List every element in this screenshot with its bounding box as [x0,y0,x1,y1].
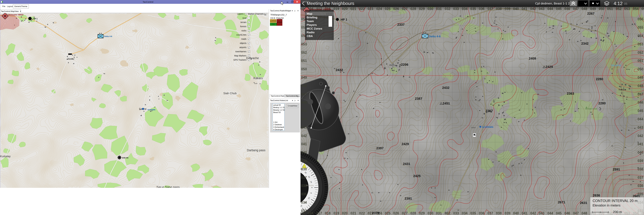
svg-text:041: 041 [301,142,307,146]
svg-text:2429: 2429 [402,142,409,146]
svg-text:Siah Chub: Siah Chub [223,92,236,95]
svg-text:033: 033 [453,211,459,215]
svg-text:030: 030 [428,211,433,215]
svg-text:039: 039 [301,159,307,163]
svg-text:029: 029 [419,211,425,215]
svg-text:055: 055 [638,26,644,30]
svg-text:2397: 2397 [376,146,384,150]
svg-text:048: 048 [301,84,307,88]
svg-text:047: 047 [573,211,579,215]
svg-text:042: 042 [638,134,643,138]
svg-text:037: 037 [488,211,493,215]
svg-text:050: 050 [638,67,643,71]
svg-text:044: 044 [548,211,553,215]
svg-text:Jilavur: Jilavur [389,64,395,66]
svg-text:Kakaru: Kakaru [254,76,263,80]
svg-text:034: 034 [301,200,307,204]
svg-text:045: 045 [301,109,307,113]
svg-text:2636: 2636 [593,193,600,197]
svg-text:050: 050 [301,67,307,71]
svg-text:040: 040 [513,211,519,215]
svg-text:034: 034 [462,211,468,215]
svg-text:036: 036 [638,184,643,188]
svg-text:031: 031 [436,211,442,215]
svg-text:046: 046 [301,100,307,104]
svg-text:Kakaru: Kakaru [619,88,626,91]
svg-text:2363: 2363 [567,92,574,95]
svg-text:HP 1: HP 1 [341,18,347,21]
svg-text:039: 039 [504,211,510,215]
svg-text:053: 053 [301,42,307,46]
svg-text:054: 054 [638,34,644,38]
svg-text:2425: 2425 [413,174,420,178]
svg-text:2206: 2206 [401,63,408,66]
svg-text:048: 048 [582,211,587,215]
svg-text:051: 051 [301,59,307,63]
svg-text:036: 036 [301,184,307,188]
svg-text:Delta 4-6: Delta 4-6 [429,35,440,38]
svg-text:053: 053 [638,42,643,46]
svg-text:044: 044 [638,117,644,121]
svg-text:027: 027 [402,211,408,215]
svg-text:039: 039 [638,159,643,163]
svg-text:2342: 2342 [581,42,588,45]
svg-text:2267: 2267 [486,109,493,113]
svg-text:025: 025 [385,211,390,215]
svg-text:049: 049 [301,76,307,79]
svg-text:035: 035 [470,211,476,215]
svg-text:2409: 2409 [529,57,536,60]
svg-text:Kurkalay: Kurkalay [306,184,314,186]
svg-text:037: 037 [301,176,307,179]
svg-text:Sar-e Sang pass: Sar-e Sang pass [156,185,180,188]
svg-text:017: 017 [316,211,322,215]
svg-text:SCHPAWN: SCHPAWN [148,109,155,111]
svg-text:2267: 2267 [587,12,594,15]
svg-text:047: 047 [638,92,643,96]
svg-text:038: 038 [301,167,307,171]
svg-text:2631: 2631 [580,201,587,205]
svg-text:2671: 2671 [558,200,565,204]
svg-text:Delta 4-6: Delta 4-6 [104,35,112,38]
svg-text:Darbang pass: Darbang pass [247,149,266,152]
svg-text:035: 035 [301,192,307,196]
svg-text:HP 1: HP 1 [33,18,38,20]
svg-text:2280: 2280 [598,101,606,105]
svg-text:040: 040 [301,150,307,154]
svg-text:046: 046 [638,100,643,104]
svg-text:EOD VIC: EOD VIC [122,157,129,159]
svg-text:020: 020 [342,211,348,215]
svg-text:2429: 2429 [546,65,553,69]
svg-text:2391: 2391 [404,197,412,200]
svg-text:2432: 2432 [336,68,343,72]
svg-text:037: 037 [638,176,643,179]
svg-text:2432: 2432 [442,86,450,90]
svg-text:051: 051 [638,59,644,63]
svg-text:047: 047 [301,92,307,96]
svg-text:2378: 2378 [372,211,380,215]
svg-text:2337: 2337 [397,23,404,27]
svg-text:021: 021 [350,211,356,215]
svg-text:018: 018 [325,211,331,215]
svg-text:045: 045 [556,211,562,215]
svg-text:042: 042 [301,134,307,138]
svg-text:052: 052 [638,51,643,55]
svg-text:052: 052 [301,51,307,55]
svg-text:040: 040 [638,150,643,154]
svg-text:2280: 2280 [596,77,603,81]
svg-text:045: 045 [638,109,644,113]
svg-text:019: 019 [334,211,339,215]
svg-text:Sakhe: Sakhe [471,127,476,128]
svg-text:056: 056 [638,17,643,21]
svg-text:043: 043 [301,126,307,129]
svg-text:Darbang pass: Darbang pass [619,178,634,180]
svg-text:038: 038 [496,211,502,215]
svg-text:Vermutete VBIED: Vermutete VBIED [8,14,24,16]
svg-text:048: 048 [638,84,644,88]
svg-text:016: 016 [308,211,313,215]
svg-text:2591: 2591 [613,167,620,171]
svg-text:Jilavur: Jilavur [67,58,74,60]
svg-text:4: 4 [311,187,313,188]
svg-text:038: 038 [638,167,644,171]
svg-text:033: 033 [301,209,307,213]
svg-text:036: 036 [479,211,484,215]
